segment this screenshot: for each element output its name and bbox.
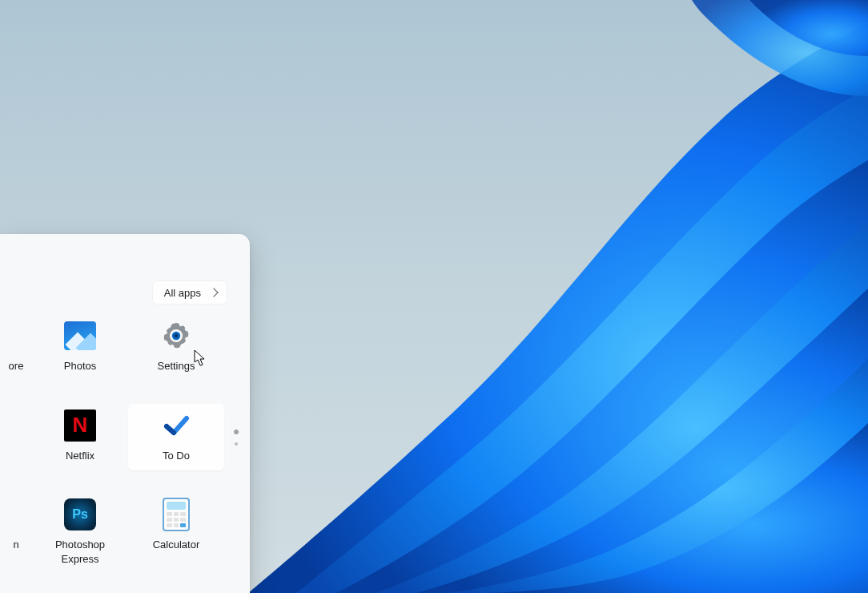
app-tile-settings[interactable]: Settings <box>128 314 224 381</box>
app-label: To Do <box>163 449 190 463</box>
start-menu-panel: All apps ore Photos <box>0 234 250 593</box>
partial-app-tile-1[interactable]: ore <box>0 314 32 381</box>
partial-app-label: ore <box>0 359 32 373</box>
app-label: Calculator <box>153 538 200 552</box>
netflix-icon: N <box>63 409 97 442</box>
calculator-icon <box>159 498 193 531</box>
app-tile-todo[interactable]: To Do <box>128 404 224 471</box>
pinned-apps-grid: ore Photos <box>0 314 250 574</box>
photos-icon <box>63 319 97 353</box>
chevron-right-icon <box>209 288 218 296</box>
photoshop-express-icon: Ps <box>63 498 97 531</box>
app-label: Settings <box>158 359 195 373</box>
desktop-root: All apps ore Photos <box>0 0 868 593</box>
partial-app-tile-3[interactable]: n <box>0 493 32 574</box>
todo-check-icon <box>159 409 193 442</box>
partial-app-label: n <box>0 538 32 552</box>
page-dot-1 <box>234 430 239 434</box>
svg-point-2 <box>175 334 179 338</box>
all-apps-button[interactable]: All apps <box>152 280 227 305</box>
app-label: Photos <box>64 359 96 373</box>
page-dot-2 <box>235 442 238 446</box>
page-indicator[interactable] <box>232 430 240 446</box>
all-apps-label: All apps <box>164 287 201 299</box>
app-tile-netflix[interactable]: N Netflix <box>32 404 128 471</box>
partial-app-tile-2[interactable] <box>0 404 32 471</box>
app-label: Netflix <box>66 449 94 463</box>
app-tile-photoshop-express[interactable]: Ps Photoshop Express <box>32 493 128 574</box>
app-label: Photoshop Express <box>35 538 125 566</box>
app-tile-photos[interactable]: Photos <box>32 314 128 381</box>
settings-gear-icon <box>159 319 193 353</box>
app-tile-calculator[interactable]: Calculator <box>128 493 224 574</box>
